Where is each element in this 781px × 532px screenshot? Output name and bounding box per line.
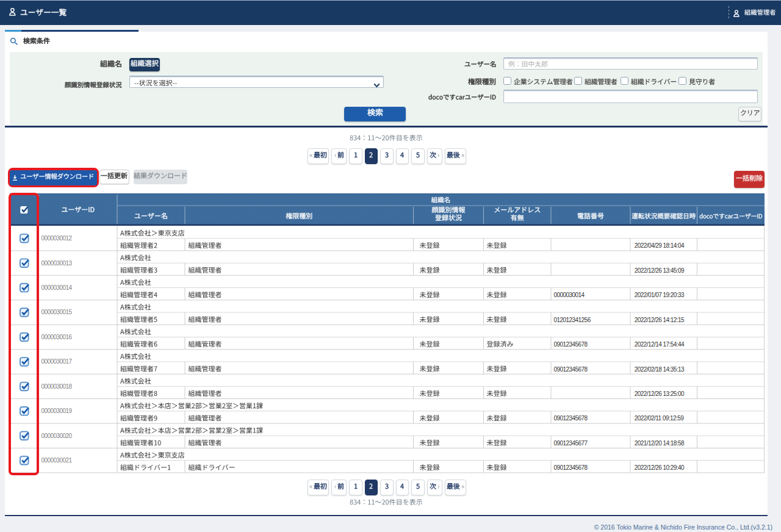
- svg-text:0000030014: 0000030014: [554, 292, 585, 298]
- svg-text:2022/12/26 10:29:40: 2022/12/26 10:29:40: [635, 464, 685, 471]
- svg-text:0000030015: 0000030015: [41, 309, 73, 315]
- svg-text:0000030021: 0000030021: [41, 457, 73, 464]
- svg-text:09012345677: 09012345677: [554, 440, 588, 447]
- svg-text:0000030017: 0000030017: [41, 358, 73, 365]
- svg-text:0000030012: 0000030012: [41, 235, 73, 242]
- svg-text:09012345678: 09012345678: [554, 341, 588, 348]
- svg-text:2021/12/20 14:18:58: 2021/12/20 14:18:58: [635, 440, 685, 447]
- svg-text:0000030014: 0000030014: [41, 284, 73, 291]
- svg-text:2022/12/26 13:25:00: 2022/12/26 13:25:00: [635, 390, 685, 397]
- svg-text:0000030018: 0000030018: [41, 383, 73, 390]
- svg-text:2022/12/26 13:45:09: 2022/12/26 13:45:09: [635, 267, 685, 274]
- svg-text:09012345678: 09012345678: [554, 415, 588, 422]
- svg-text:2022/01/07 19:20:33: 2022/01/07 19:20:33: [635, 292, 685, 298]
- svg-text:2022/02/18 14:35:13: 2022/02/18 14:35:13: [635, 366, 685, 373]
- svg-text:2022/12/14 17:54:44: 2022/12/14 17:54:44: [635, 341, 685, 348]
- svg-text:09012345678: 09012345678: [554, 366, 588, 373]
- svg-text:2022/12/26 14:12:15: 2022/12/26 14:12:15: [635, 317, 685, 323]
- svg-text:0000030016: 0000030016: [41, 334, 73, 340]
- svg-text:09012345678: 09012345678: [554, 464, 588, 471]
- svg-text:012012341256: 012012341256: [554, 317, 591, 323]
- svg-text:0000030019: 0000030019: [41, 408, 73, 414]
- svg-text:0000030013: 0000030013: [41, 260, 73, 267]
- svg-text:2022/02/11 09:12:59: 2022/02/11 09:12:59: [635, 415, 685, 422]
- svg-text:0000030020: 0000030020: [41, 433, 73, 439]
- svg-text:2022/04/29 18:14:04: 2022/04/29 18:14:04: [635, 242, 685, 249]
